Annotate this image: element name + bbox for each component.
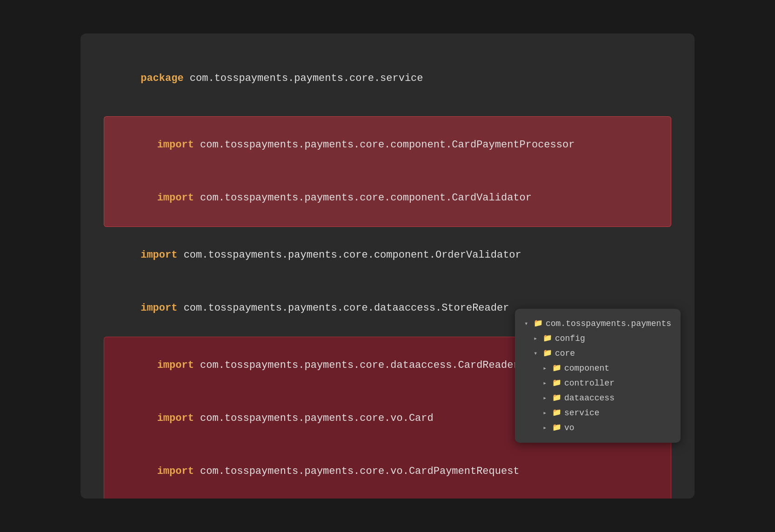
import-line-2: import com.tosspayments.payments.core.co… bbox=[108, 172, 667, 225]
tree-item-vo[interactable]: 📁 vo bbox=[524, 420, 671, 435]
tree-item-controller[interactable]: 📁 controller bbox=[524, 376, 671, 391]
folder-icon: 📁 bbox=[552, 361, 561, 376]
tree-root-label: com.tosspayments.payments bbox=[546, 316, 671, 331]
tree-item-core[interactable]: 📁 core bbox=[524, 346, 671, 361]
keyword-package: package bbox=[140, 73, 183, 84]
tree-label-controller: controller bbox=[564, 376, 615, 391]
import-line-3: import com.tosspayments.payments.core.co… bbox=[104, 229, 671, 282]
import-group-1: import com.tosspayments.payments.core.co… bbox=[104, 116, 671, 227]
chevron-right-icon bbox=[543, 420, 549, 435]
import-line-1: import com.tosspayments.payments.core.co… bbox=[108, 119, 667, 172]
tree-item-dataaccess[interactable]: 📁 dataaccess bbox=[524, 391, 671, 406]
folder-icon: 📁 bbox=[543, 331, 552, 346]
folder-icon: 📁 bbox=[552, 376, 561, 391]
chevron-right-icon bbox=[543, 406, 549, 420]
folder-icon: 📁 bbox=[552, 420, 561, 435]
tree-root: 📁 com.tosspayments.payments bbox=[524, 316, 671, 331]
chevron-right-icon bbox=[543, 376, 549, 391]
folder-icon: 📁 bbox=[534, 316, 543, 331]
folder-icon: 📁 bbox=[552, 391, 561, 406]
tree-label-config: config bbox=[555, 331, 585, 346]
file-tree-popup: 📁 com.tosspayments.payments 📁 config 📁 c… bbox=[515, 309, 681, 443]
tree-item-component[interactable]: 📁 component bbox=[524, 361, 671, 376]
tree-label-component: component bbox=[564, 361, 609, 376]
tree-label-dataaccess: dataaccess bbox=[564, 391, 615, 406]
chevron-right-icon bbox=[543, 361, 549, 376]
code-editor: package com.tosspayments.payments.core.s… bbox=[80, 33, 695, 499]
import-line-7: import com.tosspayments.payments.core.vo… bbox=[108, 445, 667, 498]
tree-item-config[interactable]: 📁 config bbox=[524, 331, 671, 346]
tree-label-core: core bbox=[555, 346, 575, 361]
chevron-right-icon bbox=[534, 331, 540, 346]
tree-label-vo: vo bbox=[564, 420, 575, 435]
folder-icon: 📁 bbox=[552, 406, 561, 420]
tree-item-service[interactable]: 📁 service bbox=[524, 406, 671, 420]
chevron-down-icon bbox=[534, 346, 540, 361]
folder-icon: 📁 bbox=[543, 346, 552, 361]
chevron-down-icon bbox=[524, 316, 531, 331]
import-line-8: import com.tosspayments.payments.core.vo… bbox=[108, 498, 667, 499]
tree-label-service: service bbox=[564, 406, 600, 420]
chevron-right-icon bbox=[543, 391, 549, 406]
package-line: package com.tosspayments.payments.core.s… bbox=[104, 52, 671, 105]
